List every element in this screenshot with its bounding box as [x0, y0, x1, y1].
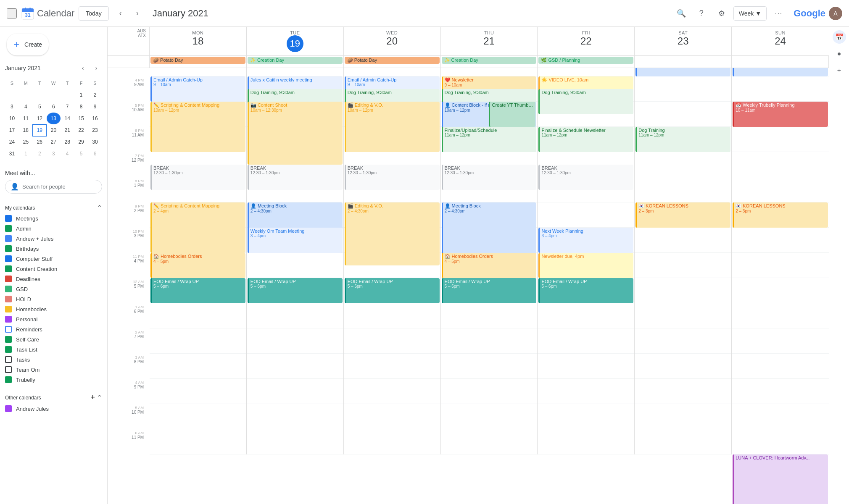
mini-cal-day[interactable]: 24: [5, 136, 19, 148]
user-avatar[interactable]: A: [829, 7, 842, 20]
calendar-checkbox[interactable]: [5, 235, 12, 242]
help-button[interactable]: ?: [693, 5, 710, 22]
other-calendar-checkbox[interactable]: [5, 405, 12, 412]
other-calendars-add-icon[interactable]: +: [90, 393, 95, 402]
calendar-event[interactable]: EOD Email / Wrap UP5 – 6pm: [442, 278, 537, 303]
day-header[interactable]: SAT23: [635, 27, 732, 55]
mini-cal-day[interactable]: 27: [47, 136, 61, 148]
calendar-event[interactable]: 🎬 Editing & V.O.2 – 4:30pm: [345, 202, 440, 265]
apps-button[interactable]: ⋯: [770, 5, 787, 22]
mini-cal-day[interactable]: 30: [88, 136, 102, 148]
mini-cal-day[interactable]: 5: [33, 101, 47, 113]
mini-cal-day[interactable]: 11: [19, 113, 33, 124]
calendar-checkbox[interactable]: [5, 296, 12, 302]
day-header[interactable]: TUE19: [247, 27, 344, 55]
search-people-button[interactable]: 👤 Search for people: [5, 180, 102, 194]
calendar-item[interactable]: Tasks: [5, 354, 102, 365]
calendar-checkbox[interactable]: [5, 255, 12, 262]
mini-cal-day[interactable]: 5: [74, 148, 88, 160]
calendar-item[interactable]: Homebodies: [5, 304, 102, 314]
view-selector[interactable]: Week ▼: [733, 6, 767, 21]
other-calendars-header[interactable]: Other calendars + ⌃: [5, 391, 102, 404]
mini-cal-day[interactable]: 3: [47, 148, 61, 160]
calendar-checkbox[interactable]: [5, 316, 12, 323]
calendar-checkbox[interactable]: [5, 306, 12, 312]
mini-cal-next[interactable]: ›: [90, 62, 102, 74]
mini-cal-day[interactable]: 2: [88, 89, 102, 101]
calendar-checkbox[interactable]: [5, 245, 12, 252]
mini-cal-day[interactable]: 15: [74, 113, 88, 124]
calendar-checkbox[interactable]: [5, 366, 12, 373]
calendar-event[interactable]: Email / Admin Catch-Up9 – 10am: [150, 76, 245, 102]
calendar-checkbox[interactable]: [5, 326, 12, 333]
mini-cal-day[interactable]: 12: [33, 113, 47, 124]
other-calendar-item[interactable]: Andrew Jules: [5, 404, 102, 414]
mini-cal-day[interactable]: 23: [88, 124, 102, 136]
mini-cal-day[interactable]: 3: [5, 101, 19, 113]
calendar-checkbox[interactable]: [5, 265, 12, 272]
mini-cal-day[interactable]: 25: [19, 136, 33, 148]
calendar-item[interactable]: Computer Stuff: [5, 254, 102, 264]
calendar-item[interactable]: Task List: [5, 344, 102, 354]
calendar-checkbox[interactable]: [5, 346, 12, 353]
mini-cal-day[interactable]: 16: [88, 113, 102, 124]
mini-cal-day[interactable]: 1: [19, 148, 33, 160]
calendar-item[interactable]: Trubelly: [5, 375, 102, 385]
calendar-event[interactable]: 🇰🇷 KOREAN LESSONS2 – 3pm: [635, 202, 730, 228]
calendar-event[interactable]: EOD Email / Wrap UP5 – 6pm: [248, 278, 343, 303]
mini-cal-prev[interactable]: ‹: [77, 62, 89, 74]
calendar-event[interactable]: LUNA + CLOVER: Heartworm Adv...: [733, 454, 828, 504]
mini-cal-day[interactable]: 31: [5, 148, 19, 160]
mini-cal-day[interactable]: 13: [47, 113, 61, 124]
day-header[interactable]: THU21: [441, 27, 538, 55]
calendar-event[interactable]: Finalize/Upload/Schedule11am – 12pm: [442, 127, 537, 152]
calendar-item[interactable]: Reminders: [5, 324, 102, 334]
calendar-event[interactable]: ✏️ Scripting & Content Mapping2 – 4pm: [150, 202, 245, 253]
mini-cal-day[interactable]: 7: [61, 101, 74, 113]
calendar-event[interactable]: ✏️ Scripting & Content Mapping10am – 12p…: [150, 102, 245, 152]
mini-cal-day[interactable]: 17: [5, 124, 19, 136]
calendar-checkbox[interactable]: [5, 336, 12, 343]
mini-cal-day[interactable]: 19: [33, 124, 47, 136]
time-grid-scroll[interactable]: 4 AM 9 PM 5 AM 10 PM 6 AM 11 PM 7 AM 12 …: [108, 68, 829, 504]
calendar-event[interactable]: 🧘 Meditation Training8 – 9am: [635, 68, 730, 76]
calendar-event[interactable]: BREAK12:30 – 1:30pm: [248, 165, 343, 190]
calendar-event[interactable]: BREAK12:30 – 1:30pm: [442, 165, 537, 190]
right-sidebar-add-icon[interactable]: +: [833, 64, 846, 77]
allday-event[interactable]: 🌿 GSD / Planning: [538, 57, 633, 64]
menu-button[interactable]: [7, 8, 17, 18]
mini-cal-day[interactable]: 4: [61, 148, 74, 160]
calendar-item[interactable]: Personal: [5, 314, 102, 324]
mini-cal-day[interactable]: 21: [61, 124, 74, 136]
calendar-item[interactable]: Andrew + Jules: [5, 234, 102, 244]
calendar-checkbox[interactable]: [5, 286, 12, 292]
calendar-item[interactable]: Self-Care: [5, 334, 102, 344]
mini-cal-day[interactable]: 6: [47, 101, 61, 113]
mini-cal-day[interactable]: 28: [61, 136, 74, 148]
calendar-item[interactable]: Team Om: [5, 365, 102, 375]
next-arrow[interactable]: ›: [130, 6, 145, 21]
calendar-checkbox[interactable]: [5, 215, 12, 222]
mini-cal-day[interactable]: 10: [5, 113, 19, 124]
calendar-event[interactable]: 🎬 Editing & V.O.10am – 12pm: [345, 102, 440, 152]
calendar-event[interactable]: 📷 Content Shoot10am – 12:30pm: [248, 102, 343, 165]
calendar-item[interactable]: Admin: [5, 223, 102, 234]
calendar-event[interactable]: BREAK12:30 – 1:30pm: [538, 165, 633, 190]
day-header[interactable]: WED20: [344, 27, 441, 55]
calendar-event[interactable]: Next Week Planning3 – 4pm: [538, 228, 633, 253]
mini-cal-day[interactable]: 20: [47, 124, 61, 136]
calendar-event[interactable]: Newsletter due, 4pm: [538, 253, 633, 278]
search-button[interactable]: 🔍: [673, 5, 690, 22]
allday-event[interactable]: 🥔 Potato Day: [150, 57, 245, 64]
calendar-checkbox[interactable]: [5, 225, 12, 232]
calendar-event[interactable]: 🇰🇷 KOREAN LESSONS2 – 3pm: [733, 202, 828, 228]
mini-cal-day[interactable]: 22: [74, 124, 88, 136]
calendar-event[interactable]: 🏠 Homebodies Orders4 – 5pm: [442, 253, 537, 278]
calendar-event[interactable]: EOD Email / Wrap UP5 – 6pm: [345, 278, 440, 303]
calendar-item[interactable]: GSD: [5, 284, 102, 294]
mini-cal-day[interactable]: 6: [88, 148, 102, 160]
calendar-event[interactable]: EOD Email / Wrap UP5 – 6pm: [150, 278, 245, 303]
mini-cal-day[interactable]: 29: [74, 136, 88, 148]
calendar-event[interactable]: Dog Training, 9:30am: [538, 89, 633, 114]
calendar-item[interactable]: Content Creation: [5, 264, 102, 274]
